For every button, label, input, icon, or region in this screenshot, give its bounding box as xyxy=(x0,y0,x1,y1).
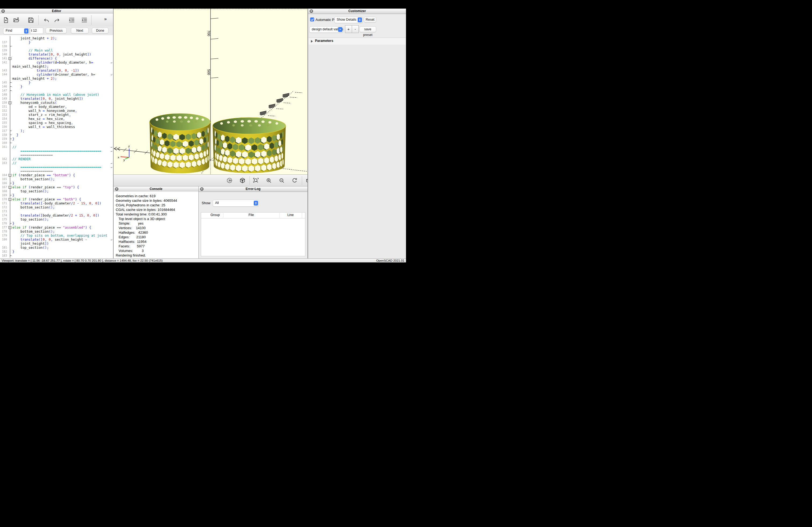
code-line[interactable]: 161// ↵ xyxy=(0,145,113,149)
fold-marker[interactable]: − xyxy=(8,225,12,229)
render-button[interactable] xyxy=(237,176,248,185)
close-icon[interactable]: ✕ xyxy=(1,10,5,13)
code-line[interactable]: 143 translate([0, 0, -1]) xyxy=(0,69,113,73)
undo-icon[interactable] xyxy=(43,17,50,23)
code-line[interactable]: 145 } xyxy=(0,80,113,85)
indent-icon[interactable] xyxy=(81,17,88,23)
code-line[interactable]: 164−if (render_piece == "bottom") { xyxy=(0,173,113,177)
code-line[interactable]: 176} xyxy=(0,221,113,225)
find-done-button[interactable]: Done xyxy=(92,28,108,33)
code-line[interactable]: 165 bottom_section(); xyxy=(0,177,113,181)
code-line[interactable]: 139 // Main wall xyxy=(0,48,113,52)
toolbar-overflow-button[interactable]: » xyxy=(104,16,106,22)
open-icon[interactable] xyxy=(13,17,19,23)
code-line[interactable]: 158 } xyxy=(0,133,113,137)
code-line[interactable]: 154 hex_sz = hex_size, xyxy=(0,117,113,121)
code-line[interactable]: 174 translate([body_diameter/2 + 15, 0, … xyxy=(0,213,113,217)
code-line[interactable]: ========================================… xyxy=(0,165,113,169)
code-line[interactable]: 175 top_section(); xyxy=(0,217,113,221)
code-line[interactable]: 166} xyxy=(0,181,113,185)
close-icon[interactable]: ✕ xyxy=(115,187,118,191)
save-icon[interactable] xyxy=(28,17,34,23)
code-line[interactable]: 151 od = body_diameter, xyxy=(0,105,113,109)
fold-marker xyxy=(8,153,12,157)
code-line[interactable]: 140 translate([0, 0, joint_height]) xyxy=(0,52,113,56)
code-line[interactable]: 149 translate([0, 0, joint_height]) xyxy=(0,96,113,101)
fold-marker[interactable]: − xyxy=(8,185,12,189)
code-line[interactable]: 152 wall_h = honeycomb_zone, xyxy=(0,109,113,113)
code-line[interactable]: 141− difference() { xyxy=(0,56,113,60)
fold-marker[interactable]: − xyxy=(8,197,12,201)
code-line[interactable]: 138 xyxy=(0,44,113,48)
code-line[interactable]: 178 bottom_section(); xyxy=(0,229,113,234)
code-line[interactable]: 163// ↵ xyxy=(0,161,113,165)
code-line[interactable]: 168 top_section(); xyxy=(0,189,113,193)
code-line[interactable]: 162// RENDER xyxy=(0,157,113,161)
code-line[interactable]: 153 start_z = rim_height, xyxy=(0,113,113,117)
show-filter-dropdown[interactable]: All xyxy=(213,200,259,207)
code-editor[interactable]: joint_height + 2);137 }138139 // Main wa… xyxy=(0,35,113,258)
code-line[interactable]: 179 // Top sits on bottom, overlapping a… xyxy=(0,234,113,238)
close-icon[interactable]: ✕ xyxy=(200,187,204,191)
code-line[interactable]: 150− honeycomb_cutouts( xyxy=(0,101,113,105)
3d-viewport[interactable]: 700500zxy xyxy=(114,9,307,175)
code-line[interactable]: 148 // Honeycomb in main wall (above joi… xyxy=(0,93,113,96)
remove-preset-button[interactable]: - xyxy=(352,25,359,33)
fold-marker[interactable]: − xyxy=(8,56,12,60)
code-line[interactable]: ================ xyxy=(0,169,113,173)
details-dropdown[interactable]: Show Details xyxy=(334,17,363,23)
find-previous-button[interactable]: Previous xyxy=(46,28,67,33)
unindent-icon[interactable] xyxy=(69,17,75,23)
code-line[interactable]: ================ xyxy=(0,153,113,157)
reset-button[interactable]: Reset xyxy=(364,17,376,22)
code-line[interactable]: 160 xyxy=(0,141,113,145)
code-line[interactable]: 142 cylinder(d=body_diameter, h=↵ xyxy=(0,60,113,64)
code-line[interactable]: 183 xyxy=(0,254,113,258)
code-line[interactable]: ========================================… xyxy=(0,149,113,153)
code-line[interactable]: 172 bottom_section(); xyxy=(0,205,113,209)
line-number: 163 xyxy=(0,161,8,165)
code-line[interactable]: 159} xyxy=(0,137,113,141)
fold-marker[interactable]: − xyxy=(8,173,12,177)
code-line[interactable]: 146 } xyxy=(0,85,113,89)
preset-dropdown[interactable]: design default values xyxy=(309,26,343,33)
zoom-all-button[interactable] xyxy=(251,176,261,185)
view-all-button[interactable] xyxy=(224,176,235,185)
add-preset-button[interactable]: + xyxy=(345,25,352,33)
code-line[interactable]: 173 xyxy=(0,209,113,213)
code-line[interactable]: 171 translate([-body_diameter/2 - 15, 0,… xyxy=(0,201,113,205)
code-line[interactable]: 167−else if (render_piece == "top") { xyxy=(0,185,113,189)
code-line[interactable]: 144 cylinder(d=inner_diameter, h=↵ xyxy=(0,73,113,76)
code-text: } xyxy=(12,221,14,225)
code-line[interactable]: 169} xyxy=(0,193,113,197)
fold-marker[interactable]: − xyxy=(8,101,12,105)
console-log[interactable]: Geometries in cache: 619Geometry cache s… xyxy=(114,192,199,258)
code-line[interactable]: main_wall_height + 2); xyxy=(0,76,113,80)
find-next-button[interactable]: Next xyxy=(71,28,89,33)
save-preset-button[interactable]: save preset xyxy=(359,26,376,32)
code-line[interactable]: 182} xyxy=(0,250,113,254)
code-line[interactable]: joint_height + 2); xyxy=(0,36,113,40)
code-line[interactable]: 137 } xyxy=(0,40,113,44)
parameters-section-header[interactable]: Parameters xyxy=(308,37,406,45)
code-line[interactable]: 155 spacing = hex_spacing, xyxy=(0,121,113,125)
redo-icon[interactable] xyxy=(54,17,60,23)
code-line[interactable]: joint_height]) xyxy=(0,241,113,245)
code-line[interactable]: 156 wall_t = wall_thickness xyxy=(0,125,113,129)
find-input[interactable]: t 12 xyxy=(30,28,43,34)
zoom-in-button[interactable] xyxy=(264,176,274,185)
code-line[interactable]: 181 top_section(); xyxy=(0,245,113,250)
reset-view-button[interactable] xyxy=(289,176,300,185)
code-line[interactable]: 147 xyxy=(0,89,113,93)
automatic-preview-checkbox[interactable] xyxy=(310,17,314,21)
code-line[interactable]: 170−else if (render_piece == "both") { xyxy=(0,197,113,201)
code-line[interactable]: 177−else if (render_piece == "assembled"… xyxy=(0,225,113,229)
close-icon[interactable]: ✕ xyxy=(309,10,313,13)
code-line[interactable]: 180 translate([0, 0, section_height -↵ xyxy=(0,238,113,241)
new-file-icon[interactable] xyxy=(3,17,9,23)
errorlog-table[interactable]: Group File Line xyxy=(201,212,305,256)
code-line[interactable]: main_wall_height); xyxy=(0,64,113,69)
code-line[interactable]: 157 ); xyxy=(0,129,113,133)
find-mode-dropdown[interactable]: Find xyxy=(3,28,29,34)
zoom-out-button[interactable] xyxy=(277,176,287,185)
